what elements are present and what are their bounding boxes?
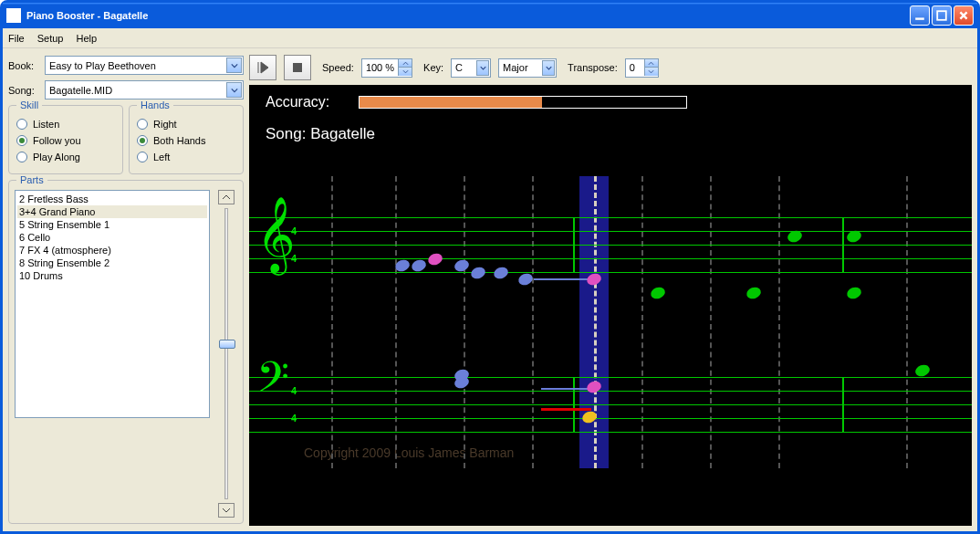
titlebar: Piano Booster - Bagatelle (3, 3, 977, 28)
svg-rect-1 (937, 11, 946, 20)
menubar: File Setup Help (3, 28, 977, 48)
note-tie (541, 408, 591, 411)
menu-file[interactable]: File (8, 33, 25, 44)
chevron-down-icon (542, 60, 555, 76)
skill-group: Skill Listen Follow you Play Along (8, 105, 123, 174)
skill-legend: Skill (16, 99, 42, 110)
list-item[interactable]: 7 FX 4 (atmosphere) (17, 244, 207, 257)
key-combo[interactable]: C (451, 58, 491, 78)
note (745, 286, 762, 301)
window-title: Piano Booster - Bagatelle (26, 10, 910, 21)
note (469, 266, 486, 281)
treble-clef-icon: 𝄞 (256, 202, 296, 267)
toolbar: Speed: 100 % Key: C Major Transpose: 0 (249, 54, 972, 81)
book-label: Book: (8, 60, 39, 71)
svg-rect-2 (293, 63, 302, 72)
hands-right-radio[interactable]: Right (137, 119, 235, 130)
menu-setup[interactable]: Setup (37, 33, 64, 44)
spin-up-icon[interactable] (398, 59, 412, 68)
chevron-down-icon (226, 58, 242, 73)
stop-button[interactable] (284, 55, 311, 80)
speed-value: 100 % (362, 62, 398, 73)
hands-both-radio[interactable]: Both Hands (137, 135, 235, 146)
transpose-label: Transpose: (568, 62, 618, 73)
svg-rect-0 (915, 17, 924, 19)
note-tie (541, 388, 591, 390)
slider-track[interactable] (224, 208, 228, 499)
song-value: Bagatelle.MID (49, 85, 112, 96)
speed-label: Speed: (322, 62, 354, 73)
list-item[interactable]: 6 Cello (17, 231, 207, 244)
volume-up-button[interactable] (218, 190, 235, 204)
slider-thumb[interactable] (219, 340, 235, 349)
bass-clef-icon: 𝄢 (256, 357, 289, 408)
volume-down-button[interactable] (218, 503, 235, 518)
close-button[interactable] (954, 5, 974, 26)
note-tie (534, 278, 589, 280)
chevron-down-icon (226, 82, 242, 98)
mode-combo[interactable]: Major (498, 58, 557, 78)
skill-play-radio[interactable]: Play Along (16, 152, 115, 162)
time-signature: 44 (291, 217, 297, 272)
score-canvas: Accuracy: Song: Bagatelle Copyright 2009… (249, 85, 972, 526)
list-item[interactable]: 8 String Ensemble 2 (17, 257, 207, 269)
hands-group: Hands Right Both Hands Left (129, 105, 244, 174)
volume-slider[interactable] (215, 190, 237, 518)
song-label: Song: (8, 85, 39, 96)
skill-follow-radio[interactable]: Follow you (16, 135, 115, 146)
chevron-down-icon (476, 60, 489, 76)
time-signature: 44 (291, 377, 297, 432)
hands-legend: Hands (137, 99, 173, 110)
note (492, 266, 509, 281)
list-item[interactable]: 5 String Ensemble 1 (17, 218, 207, 231)
barline (395, 176, 397, 468)
song-title: Song: Bagatelle (266, 125, 375, 143)
accuracy-label: Accuracy: (266, 94, 329, 110)
speed-spinner[interactable]: 100 % (361, 58, 412, 78)
book-value: Easy to Play Beethoven (49, 60, 156, 71)
note (649, 286, 666, 301)
parts-group: Parts 2 Fretless Bass3+4 Grand Piano5 St… (8, 180, 244, 524)
song-combo[interactable]: Bagatelle.MID (45, 80, 244, 99)
parts-list[interactable]: 2 Fretless Bass3+4 Grand Piano5 String E… (15, 190, 210, 418)
barline (906, 176, 908, 468)
minimize-button[interactable] (910, 5, 930, 26)
spin-down-icon[interactable] (398, 68, 412, 76)
barline (532, 176, 534, 468)
note (426, 252, 443, 267)
accuracy-bar (359, 96, 687, 109)
list-item[interactable]: 10 Drums (17, 269, 207, 282)
accuracy-fill (360, 97, 542, 108)
transpose-spinner[interactable]: 0 (625, 58, 659, 78)
app-icon (6, 8, 21, 23)
barline (710, 176, 712, 468)
note (913, 363, 931, 379)
barline (464, 176, 465, 468)
parts-legend: Parts (16, 174, 47, 185)
barline (331, 176, 333, 468)
now-playing-line (594, 176, 597, 468)
barline (641, 176, 643, 468)
hands-left-radio[interactable]: Left (137, 152, 235, 162)
maximize-button[interactable] (932, 5, 952, 26)
menu-help[interactable]: Help (76, 33, 97, 44)
note (453, 258, 470, 274)
spin-down-icon[interactable] (644, 68, 658, 76)
copyright-text: Copyright 2009 Louis James Barman (304, 445, 514, 460)
note (845, 286, 862, 301)
book-combo[interactable]: Easy to Play Beethoven (45, 56, 244, 75)
transpose-value: 0 (626, 62, 644, 73)
key-label: Key: (423, 62, 443, 73)
skill-listen-radio[interactable]: Listen (16, 119, 115, 130)
spin-up-icon[interactable] (644, 59, 658, 68)
list-item[interactable]: 3+4 Grand Piano (17, 205, 207, 218)
barline (778, 176, 780, 468)
list-item[interactable]: 2 Fretless Bass (17, 193, 207, 205)
play-button[interactable] (249, 55, 276, 80)
note (410, 258, 427, 274)
